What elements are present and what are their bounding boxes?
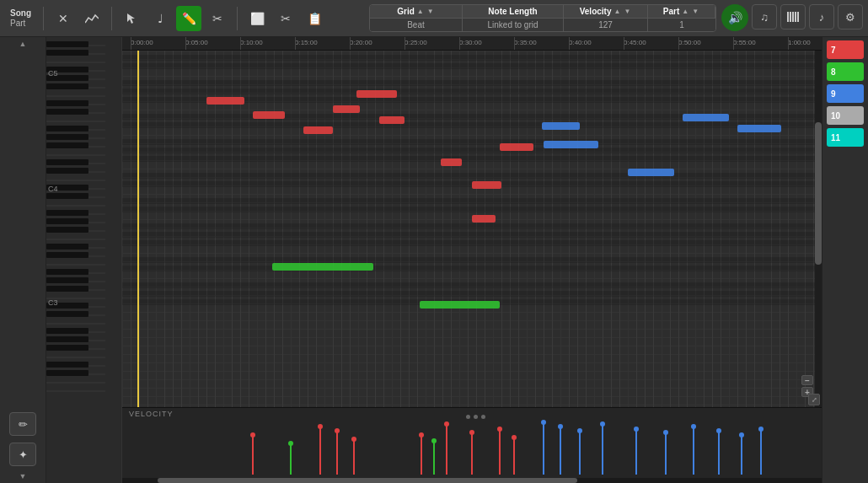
grid-down[interactable]: ▼ (426, 8, 435, 15)
note-block[interactable] (683, 114, 729, 121)
track-11-num: 11 (831, 133, 840, 142)
svg-point-89 (444, 421, 449, 427)
tm-6: 0:30:00 (459, 39, 482, 46)
svg-rect-5 (797, 12, 799, 22)
svg-point-101 (577, 428, 582, 433)
melody-button[interactable]: ♪ (809, 4, 834, 30)
song-label[interactable]: Song (10, 8, 31, 18)
tm-7: 0:35:00 (514, 39, 537, 46)
svg-rect-54 (46, 100, 88, 106)
cut-button[interactable]: ✂ (273, 6, 298, 31)
velocity-top[interactable]: Velocity ▲ ▼ (564, 5, 648, 19)
scroll-up-button[interactable]: ▲ (19, 39, 27, 49)
scroll-down-button[interactable]: ▼ (19, 471, 27, 481)
close-button[interactable]: ✕ (51, 6, 76, 31)
note-block[interactable] (500, 143, 533, 151)
paste-button[interactable]: 📋 (302, 6, 327, 31)
track-9-chip[interactable]: 9 (827, 84, 864, 103)
note-block[interactable] (206, 97, 244, 105)
piano-keys-svg (46, 37, 122, 400)
vertical-scroll-thumb[interactable] (815, 122, 822, 265)
svg-point-119 (431, 438, 437, 443)
svg-rect-1 (787, 12, 789, 22)
settings-button[interactable]: ⚙ (838, 4, 863, 30)
svg-rect-62 (46, 193, 88, 199)
note-block[interactable] (472, 215, 496, 223)
timeline: 0:00:00 0:05:00 0:10:00 0:15:00 0:20:00 … (122, 37, 822, 51)
vertical-scrollbar[interactable] (815, 51, 822, 407)
note-block[interactable] (379, 116, 405, 124)
note-block[interactable] (542, 122, 580, 130)
part-label[interactable]: Part (10, 19, 31, 28)
zoom-out-button[interactable]: − (801, 375, 813, 385)
music-note-button[interactable]: ♫ (752, 4, 777, 30)
expand-button[interactable]: ⤢ (808, 394, 820, 405)
pencil-tool-left[interactable]: ✏ (9, 412, 36, 436)
svg-point-99 (558, 424, 563, 429)
note-block[interactable] (420, 301, 500, 309)
svg-rect-63 (46, 210, 88, 216)
tm-8: 0:40:00 (569, 39, 592, 46)
svg-rect-68 (46, 269, 88, 275)
piano-roll-grid[interactable]: + − ⤢ (122, 51, 822, 407)
divider-1 (43, 7, 44, 30)
svg-rect-65 (46, 227, 88, 233)
svg-point-93 (497, 427, 502, 432)
part-top[interactable]: Part ▲ ▼ (648, 5, 715, 19)
part-down[interactable]: ▼ (691, 8, 699, 15)
svg-rect-69 (46, 277, 88, 283)
velocity-panel: VELOCITY (122, 407, 822, 483)
right-controls: Grid ▲ ▼ Note Length Velocity ▲ ▼ Part ▲ (369, 4, 863, 32)
velocity-scrollbar[interactable] (122, 478, 822, 483)
velocity-up[interactable]: ▲ (613, 8, 621, 15)
speaker-button[interactable]: 🔊 (721, 4, 748, 31)
star-tool-left[interactable]: ✦ (9, 443, 36, 466)
pencil-tool[interactable]: ✏️ (176, 6, 201, 31)
note-block[interactable] (544, 141, 598, 148)
part-up[interactable]: ▲ (681, 8, 689, 15)
tm-11: 0:55:00 (733, 39, 756, 46)
velocity-down[interactable]: ▼ (623, 8, 631, 15)
sidebar-scroll-down: ▼ (19, 470, 27, 483)
track-7-chip[interactable]: 7 (827, 40, 864, 59)
note-block[interactable] (303, 126, 333, 134)
graph-button[interactable] (79, 6, 104, 31)
scissors-tool[interactable]: ✂ (205, 6, 230, 31)
note-length-bottom: Linked to grid (463, 19, 564, 31)
svg-point-105 (634, 427, 639, 432)
track-8-num: 8 (831, 67, 836, 77)
grid-top[interactable]: Grid ▲ ▼ (370, 5, 463, 19)
note-block[interactable] (333, 105, 360, 113)
playhead (137, 51, 139, 407)
note-block[interactable] (272, 263, 373, 271)
svg-rect-67 (46, 252, 88, 258)
svg-rect-71 (46, 303, 88, 309)
note-block[interactable] (472, 181, 501, 189)
svg-point-103 (600, 421, 605, 427)
select-tool[interactable] (119, 6, 144, 31)
icon-buttons: 🔊 ♫ ♪ ⚙ (721, 4, 863, 32)
track-11-chip[interactable]: 11 (827, 128, 864, 147)
track-10-chip[interactable]: 10 (827, 106, 864, 125)
copy-button[interactable]: ⬜ (244, 6, 270, 31)
velocity-bottom: 127 (564, 19, 648, 31)
note-block[interactable] (253, 111, 285, 119)
note-length-top[interactable]: Note Length (463, 5, 564, 19)
note-block[interactable] (628, 169, 674, 176)
toolbar: Song Part ✕ ♩ ✏️ ✂ ⬜ ✂ 📋 Grid ▲ ▼ Note L… (0, 0, 868, 37)
svg-rect-58 (46, 142, 88, 148)
grid-up[interactable]: ▲ (416, 8, 425, 15)
svg-rect-77 (46, 370, 88, 376)
track-8-chip[interactable]: 8 (827, 62, 864, 81)
svg-rect-3 (792, 12, 794, 22)
part-bottom: 1 (648, 19, 715, 31)
tm-2: 0:10:00 (240, 39, 263, 46)
roll-container: 0:00:00 0:05:00 0:10:00 0:15:00 0:20:00 … (122, 37, 822, 483)
note-block[interactable] (441, 158, 462, 166)
note-tool[interactable]: ♩ (147, 6, 173, 31)
note-block[interactable] (737, 125, 781, 132)
note-block[interactable] (356, 90, 397, 98)
svg-rect-52 (46, 75, 88, 81)
main-area: ▲ ✏ ✦ ▼ C5 C4 C3 (0, 37, 868, 483)
piano-button[interactable] (780, 4, 806, 30)
